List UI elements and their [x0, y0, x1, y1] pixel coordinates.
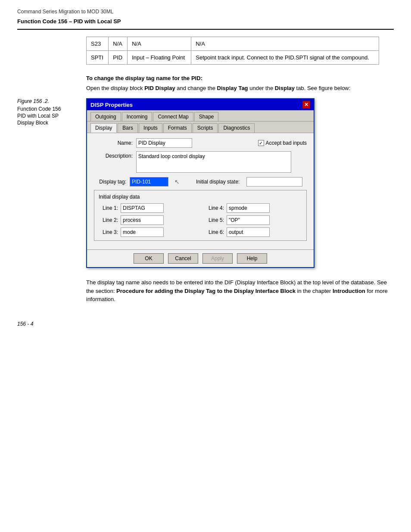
tab-display[interactable]: Display — [90, 123, 117, 133]
dialog-footer: OK Cancel Apply Help — [87, 249, 314, 267]
cell-spti-col3: Input – Floating Point — [128, 51, 191, 65]
line4-label: Line 4: — [205, 205, 224, 211]
section-title: Function Code 156 – PID with Local SP — [17, 18, 394, 25]
tab-connect-map[interactable]: Connect Map — [153, 112, 193, 121]
cell-spti-col1: SPTI — [87, 51, 109, 65]
name-input[interactable] — [136, 138, 192, 148]
line3-row: Line 3: — [99, 227, 196, 237]
cell-s23-col3: N/A — [128, 37, 191, 51]
dialog-titlebar: DISP Properties ✕ — [87, 99, 314, 110]
instruction-block: To change the display tag name for the P… — [86, 75, 394, 91]
bottom-paragraph: The display tag name also needs to be en… — [86, 278, 394, 304]
bottom-bold2: Introduction — [333, 288, 365, 294]
tab-incoming[interactable]: Incoming — [122, 112, 153, 121]
line6-input[interactable] — [227, 227, 270, 237]
lines-grid: Line 1: Line 4: Line 2: Line 5: — [99, 203, 302, 237]
figure-desc-line2: PID with Local SP — [17, 113, 78, 119]
line2-row: Line 2: — [99, 215, 196, 225]
description-label: Description: — [94, 153, 133, 159]
display-tag-input[interactable] — [130, 177, 168, 187]
figure-desc-line3: Display Block — [17, 120, 78, 126]
tab-inputs[interactable]: Inputs — [139, 123, 162, 133]
description-input[interactable]: Standard loop control display — [136, 151, 291, 173]
tab-scripts[interactable]: Scripts — [193, 123, 218, 133]
apply-button[interactable]: Apply — [202, 253, 233, 264]
line1-label: Line 1: — [99, 205, 118, 211]
accept-checkbox[interactable]: ✓ — [258, 140, 264, 146]
bottom-tabs: Display Bars Inputs Formats Scripts Diag… — [87, 121, 314, 133]
bottom-bold1: Procedure for adding the Display Tag to … — [116, 288, 296, 294]
dialog-body: Name: ✓ Accept bad inputs Description: S… — [87, 133, 314, 249]
name-label: Name: — [94, 140, 133, 146]
cell-s23-col1: S23 — [87, 37, 109, 51]
page-number: 156 - 4 — [17, 321, 394, 327]
help-button[interactable]: Help — [237, 253, 267, 264]
tab-diagnostics[interactable]: Diagnostics — [218, 123, 255, 133]
top-tabs: Outgoing Incoming Connect Map Shape — [87, 110, 314, 121]
instruction-bold-prefix: To change the display tag name for the P… — [86, 75, 202, 81]
table-row: S23 N/A N/A N/A — [87, 37, 379, 51]
line2-input[interactable] — [121, 215, 164, 225]
line5-label: Line 5: — [205, 217, 224, 223]
divider — [17, 29, 394, 30]
line3-label: Line 3: — [99, 229, 118, 235]
line3-input[interactable] — [121, 227, 164, 237]
table-row: SPTI PID Input – Floating Point Setpoint… — [87, 51, 379, 65]
ok-button[interactable]: OK — [134, 253, 164, 264]
initial-display-section: Initial display data Line 1: Line 4: Lin… — [94, 190, 307, 241]
bottom-text2: in the chapter — [297, 288, 333, 294]
initial-state-label: Initial display state: — [196, 179, 240, 185]
cell-spti-col4: Setpoint track input. Connect to the PID… — [191, 51, 379, 65]
description-row: Description: Standard loop control displ… — [94, 151, 307, 173]
initial-state-input[interactable] — [246, 177, 302, 187]
instruction-text2: and change the — [177, 85, 217, 91]
name-row: Name: ✓ Accept bad inputs — [94, 138, 307, 148]
accept-bad-inputs-check[interactable]: ✓ Accept bad inputs — [258, 140, 307, 146]
line5-input[interactable] — [227, 215, 270, 225]
cell-s23-col2: N/A — [109, 37, 128, 51]
description-text: Standard loop control display — [138, 153, 205, 159]
main-table: S23 N/A N/A N/A SPTI PID Input – Floatin… — [86, 37, 379, 65]
line6-row: Line 6: — [205, 227, 302, 237]
dialog-title: DISP Properties — [90, 102, 133, 108]
line4-row: Line 4: — [205, 203, 302, 213]
cursor-arrow: ↖ — [174, 178, 180, 185]
instruction-bold2: Display Tag — [217, 85, 248, 91]
figure-desc-line1: Function Code 156 — [17, 106, 78, 112]
display-tag-row: Display tag: ↖ Initial display state: — [94, 177, 307, 187]
line2-label: Line 2: — [99, 217, 118, 223]
instruction-text4: tab. See figure below: — [296, 85, 351, 91]
tab-shape[interactable]: Shape — [194, 112, 219, 121]
line4-input[interactable] — [227, 203, 270, 213]
line1-input[interactable] — [121, 203, 164, 213]
figure-area: Figure 156 .2. Function Code 156 PID wit… — [17, 98, 394, 268]
tab-outgoing[interactable]: Outgoing — [90, 112, 121, 121]
line5-row: Line 5: — [205, 215, 302, 225]
instruction-text3: under the — [249, 85, 275, 91]
table-container: S23 N/A N/A N/A SPTI PID Input – Floatin… — [86, 37, 394, 65]
cancel-button[interactable]: Cancel — [168, 253, 198, 264]
cell-s23-col4: N/A — [191, 37, 379, 51]
instruction-bold3: Display — [275, 85, 295, 91]
line6-label: Line 6: — [205, 229, 224, 235]
tab-bars[interactable]: Bars — [118, 123, 138, 133]
figure-label: Figure 156 .2. Function Code 156 PID wit… — [17, 98, 78, 268]
figure-number: Figure 156 .2. — [17, 98, 78, 104]
display-tag-label: Display tag: — [94, 179, 126, 185]
line1-row: Line 1: — [99, 203, 196, 213]
tab-formats[interactable]: Formats — [163, 123, 192, 133]
initial-display-label: Initial display data — [99, 194, 302, 200]
close-button[interactable]: ✕ — [302, 101, 310, 109]
doc-title: Command Series Migration to MOD 30ML — [17, 9, 394, 15]
cell-spti-col2: PID — [109, 51, 128, 65]
accept-label: Accept bad inputs — [266, 140, 307, 146]
instruction-bold1: PID Display — [144, 85, 175, 91]
instruction-text1: Open the display block — [86, 85, 144, 91]
disp-properties-dialog: DISP Properties ✕ Outgoing Incoming Conn… — [86, 98, 314, 268]
